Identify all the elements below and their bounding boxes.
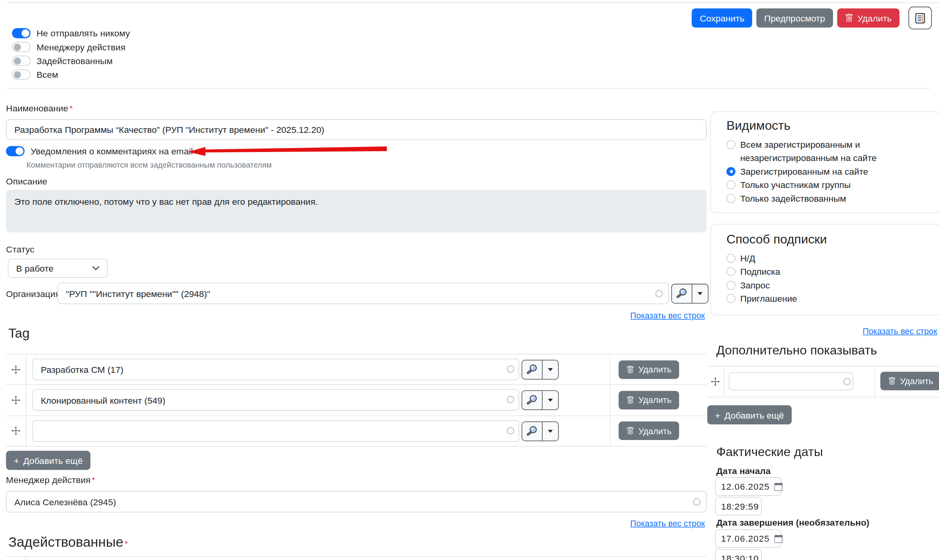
magnifier-icon: [526, 425, 538, 437]
send-options: Не отправлять никому Менеджеру действия …: [12, 27, 130, 82]
journal-button[interactable]: [909, 7, 932, 29]
subscription-option[interactable]: Запрос: [726, 279, 931, 292]
lookup-dropdown-button[interactable]: [692, 284, 708, 303]
status-select[interactable]: В работе: [8, 259, 108, 278]
tag-input-wrap: [32, 420, 556, 442]
caret-down-icon: [548, 399, 553, 402]
radio-icon[interactable]: [726, 294, 735, 303]
additional-add-more-button[interactable]: + Добавить ещё: [707, 405, 792, 424]
preview-button[interactable]: Предпросмотр: [756, 8, 833, 27]
start-date-label: Дата начала: [716, 466, 771, 476]
tag-input[interactable]: [32, 359, 519, 380]
tag-input-wrap: [32, 359, 556, 380]
search-button[interactable]: [522, 360, 543, 379]
trash-icon: [626, 427, 634, 435]
tag-table: Удалить Удалить: [6, 354, 706, 446]
toggle-involved[interactable]: [12, 55, 30, 66]
magnifier-icon: [526, 394, 538, 407]
option-label: Запрос: [740, 279, 770, 292]
move-icon: [11, 426, 20, 435]
email-notifications-toggle[interactable]: [6, 146, 24, 156]
additional-delete-button[interactable]: Удалить: [880, 372, 939, 390]
save-button[interactable]: Сохранить: [692, 8, 752, 27]
subscription-option[interactable]: Подписка: [726, 265, 931, 279]
calendar-icon[interactable]: [774, 482, 783, 490]
move-icon: [11, 395, 20, 404]
drag-handle[interactable]: [6, 385, 26, 415]
visibility-option[interactable]: Всем зарегистрированным и незарегистриро…: [726, 138, 931, 165]
end-date-input[interactable]: 17.06.2025: [715, 529, 781, 547]
column-border: [874, 367, 875, 397]
tag-delete-button[interactable]: Удалить: [618, 391, 679, 409]
additional-show-title: Дополнительно показывать: [716, 343, 877, 358]
lookup-dropdown-button[interactable]: [543, 391, 558, 410]
visibility-option[interactable]: Только задействованным: [726, 192, 931, 205]
lookup-dropdown-button[interactable]: [543, 422, 558, 440]
search-button[interactable]: [672, 284, 692, 303]
name-label: Наименование*: [6, 103, 73, 113]
toggle-no-send[interactable]: [12, 28, 30, 38]
tag-input-wrap: [32, 389, 556, 411]
radio-icon[interactable]: [726, 180, 735, 189]
option-label: Только участникам группы: [740, 179, 850, 192]
radio-icon[interactable]: [726, 140, 735, 149]
add-more-tags-button[interactable]: + Добавить ещё: [6, 451, 90, 470]
tag-input[interactable]: [32, 389, 519, 411]
email-toggle-label: Уведомления о комментариях на email: [30, 146, 193, 156]
toggle-all[interactable]: [12, 70, 30, 80]
tag-input[interactable]: [32, 420, 519, 442]
email-toggle-row: Уведомления о комментариях на email: [6, 145, 193, 157]
involved-section-title: Задействованные*: [8, 534, 128, 550]
additional-show-input[interactable]: [729, 372, 853, 390]
organization-input[interactable]: [57, 283, 669, 304]
delete-label: Удалить: [638, 426, 672, 436]
show-all-rows-link-organization[interactable]: Показать вес строк: [630, 311, 705, 320]
subscription-option[interactable]: Н/Д: [726, 252, 931, 265]
tag-section-title: Tag: [8, 326, 29, 341]
visibility-option[interactable]: Зарегистрированным на сайте: [726, 165, 931, 179]
start-date-input[interactable]: 12.06.2025: [715, 477, 781, 496]
magnifier-icon: [526, 363, 538, 376]
subscription-option[interactable]: Приглашение: [726, 292, 931, 306]
toolbar: Сохранить Предпросмотр Удалить: [692, 7, 932, 29]
tag-delete-button[interactable]: Удалить: [618, 422, 679, 440]
description-textarea-disabled: Это поле отключено, потому что у вас нет…: [6, 190, 706, 233]
search-button[interactable]: [522, 422, 543, 440]
send-option-row: Менеджеру действия: [12, 41, 130, 53]
end-time-input[interactable]: 18:30:10: [715, 549, 762, 560]
start-time-input[interactable]: 18:29:59: [715, 497, 762, 515]
required-mark: *: [92, 475, 95, 485]
page: Сохранить Предпросмотр Удалить Не отправ…: [0, 0, 939, 560]
lookup-dropdown-button[interactable]: [543, 360, 558, 379]
involved-table-column-border: [26, 556, 27, 560]
chevron-down-icon: [92, 266, 99, 270]
show-all-rows-link-sidebar[interactable]: Показать вес строк: [863, 326, 937, 336]
visibility-title: Видимость: [726, 118, 939, 133]
radio-icon[interactable]: [726, 194, 735, 203]
radio-checked-icon[interactable]: [726, 167, 735, 176]
move-icon: [11, 365, 20, 374]
drag-handle[interactable]: [6, 416, 26, 446]
manager-input[interactable]: [6, 491, 706, 512]
visibility-option[interactable]: Только участникам группы: [726, 179, 931, 192]
visibility-card: Видимость Всем зарегистрированным и неза…: [710, 111, 939, 213]
radio-icon[interactable]: [726, 281, 735, 290]
calendar-icon[interactable]: [774, 534, 783, 542]
drag-handle[interactable]: [6, 354, 26, 385]
drag-handle[interactable]: [707, 367, 724, 397]
toggle-manager[interactable]: [12, 42, 30, 52]
tag-delete-button[interactable]: Удалить: [618, 360, 679, 379]
organization-field: [57, 283, 707, 304]
delete-button[interactable]: Удалить: [837, 8, 900, 27]
radio-icon[interactable]: [726, 267, 735, 276]
show-all-rows-link-manager[interactable]: Показать вес строк: [630, 519, 705, 528]
organization-label: Организация: [6, 288, 60, 299]
name-input[interactable]: [6, 119, 706, 140]
start-date-value: 12.06.2025: [721, 481, 769, 492]
option-label: Приглашение: [740, 292, 797, 306]
radio-icon[interactable]: [726, 254, 735, 263]
send-option-row: Задействованным: [12, 55, 130, 66]
search-button[interactable]: [522, 391, 543, 410]
tag-row: Удалить: [6, 354, 706, 385]
end-date-label: Дата завершения (необязательно): [716, 517, 869, 528]
